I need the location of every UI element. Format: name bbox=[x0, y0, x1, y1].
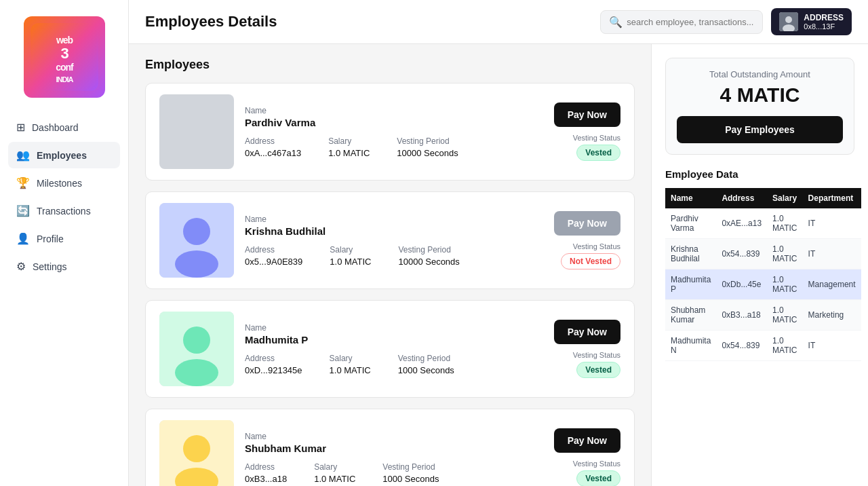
sidebar-item-profile[interactable]: 👤 Profile bbox=[8, 225, 120, 252]
employee-photo bbox=[159, 203, 234, 278]
employee-info: Name Krishna Budhilal Address 0x5...9A0E… bbox=[245, 214, 543, 267]
vesting-period-value: 1000 Seconds bbox=[382, 474, 439, 484]
address-value: 0xA...c467a13 bbox=[245, 148, 301, 158]
sidebar-item-label: Milestones bbox=[37, 178, 82, 189]
employee-photo bbox=[159, 94, 234, 169]
vesting-status-badge: Vested bbox=[576, 362, 620, 378]
search-box[interactable]: 🔍 bbox=[600, 10, 763, 34]
employee-card: Name Madhumita P Address 0xD...921345e S… bbox=[145, 300, 635, 398]
address-field: Address 0xB3...a18 bbox=[245, 462, 287, 484]
pay-now-button[interactable]: Pay Now bbox=[554, 320, 620, 344]
section-heading: Employees bbox=[145, 58, 635, 72]
vesting-period-value: 10000 Seconds bbox=[398, 257, 459, 267]
table-cell: 0xDb...45e bbox=[716, 269, 767, 300]
vesting-status-badge: Vested bbox=[576, 470, 620, 486]
sidebar-item-milestones[interactable]: 🏆 Milestones bbox=[8, 170, 120, 196]
svg-text:conf: conf bbox=[56, 62, 74, 73]
address-field: Address 0xA...c467a13 bbox=[245, 136, 301, 158]
vesting-status-label: Vesting Status bbox=[573, 134, 620, 142]
table-header: Salary bbox=[767, 188, 802, 208]
name-label: Name bbox=[245, 214, 543, 224]
address-button[interactable]: ADDRESS 0x8...13F bbox=[771, 8, 852, 35]
table-cell: 1.0 MATIC bbox=[767, 269, 802, 300]
total-outstanding-card: Total Outstanding Amount 4 MATIC Pay Emp… bbox=[665, 58, 854, 155]
table-cell: 1.0 MATIC bbox=[767, 208, 802, 239]
table-cell: 1.0 MATIC bbox=[767, 300, 802, 331]
employee-actions: Pay Now Vesting Status Not Vested bbox=[554, 211, 620, 269]
salary-label: Salary bbox=[330, 245, 371, 255]
topbar: Employees Details 🔍 ADDRESS 0x8...13F bbox=[129, 0, 868, 44]
address-value: 0xD...921345e bbox=[245, 365, 302, 375]
salary-label: Salary bbox=[328, 136, 370, 146]
app-logo: web 3 conf INDIA bbox=[24, 16, 105, 98]
topbar-right: 🔍 ADDRESS 0x8...13F bbox=[600, 8, 852, 35]
main-content: Employees Details 🔍 ADDRESS 0x8...13F bbox=[129, 0, 868, 486]
table-cell: 1.0 MATIC bbox=[767, 331, 802, 361]
sidebar: web 3 conf INDIA ⊞ Dashboard 👥 Employees… bbox=[0, 0, 129, 486]
table-row: Madhumita P0xDb...45e1.0 MATICManagement bbox=[665, 269, 861, 300]
address-label: Address bbox=[245, 462, 287, 472]
salary-label: Salary bbox=[330, 354, 371, 363]
table-cell: Krishna Budhilal bbox=[665, 239, 716, 269]
employee-info: Name Madhumita P Address 0xD...921345e S… bbox=[245, 323, 543, 375]
sidebar-item-label: Employees bbox=[37, 150, 87, 161]
table-head: NameAddressSalaryDepartment bbox=[665, 188, 861, 208]
pay-now-button[interactable]: Pay Now bbox=[554, 428, 620, 453]
sidebar-item-label: Dashboard bbox=[32, 122, 79, 133]
employee-data-table: NameAddressSalaryDepartment Pardhiv Varm… bbox=[665, 188, 861, 361]
vesting-field: Vesting Period 1000 Seconds bbox=[382, 462, 439, 484]
sidebar-item-employees[interactable]: 👥 Employees bbox=[8, 142, 120, 168]
table-cell: 0xB3...a18 bbox=[716, 300, 767, 331]
svg-point-9 bbox=[183, 218, 210, 245]
svg-text:3: 3 bbox=[60, 45, 68, 62]
page-title: Employees Details bbox=[145, 13, 277, 31]
table-cell: IT bbox=[803, 331, 861, 361]
vesting-status-label: Vesting Status bbox=[573, 460, 620, 468]
name-label: Name bbox=[245, 323, 543, 333]
employee-name: Shubham Kumar bbox=[245, 443, 543, 454]
vesting-status: Vesting Status Vested bbox=[573, 460, 620, 486]
employee-actions: Pay Now Vesting Status Vested bbox=[554, 428, 620, 486]
vesting-period-label: Vesting Period bbox=[382, 462, 439, 472]
table-body: Pardhiv Varma0xAE...a131.0 MATICITKrishn… bbox=[665, 208, 861, 361]
name-label: Name bbox=[245, 106, 543, 115]
search-input[interactable] bbox=[627, 17, 754, 27]
svg-point-6 bbox=[785, 16, 792, 23]
emp-fields: Address 0xA...c467a13 Salary 1.0 MATIC V… bbox=[245, 136, 543, 158]
total-amount: 4 MATIC bbox=[677, 83, 843, 107]
salary-value: 1.0 MATIC bbox=[330, 365, 371, 375]
salary-field: Salary 1.0 MATIC bbox=[314, 462, 355, 484]
address-field: Address 0xD...921345e bbox=[245, 354, 302, 375]
table-cell: Pardhiv Varma bbox=[665, 208, 716, 239]
emp-fields: Address 0x5...9A0E839 Salary 1.0 MATIC V… bbox=[245, 245, 543, 267]
vesting-field: Vesting Period 10000 Seconds bbox=[397, 136, 458, 158]
table-header: Name bbox=[665, 188, 716, 208]
vesting-status-label: Vesting Status bbox=[573, 242, 620, 250]
vesting-status-label: Vesting Status bbox=[573, 351, 620, 359]
vesting-period-label: Vesting Period bbox=[398, 354, 454, 363]
employee-name: Pardhiv Varma bbox=[245, 117, 543, 128]
settings-icon: ⚙ bbox=[16, 260, 26, 273]
table-cell: Management bbox=[803, 269, 861, 300]
dashboard-icon: ⊞ bbox=[16, 121, 25, 134]
pay-employees-button[interactable]: Pay Employees bbox=[677, 116, 843, 143]
sidebar-item-label: Transactions bbox=[37, 206, 91, 217]
vesting-period-label: Vesting Period bbox=[398, 245, 459, 255]
employee-photo bbox=[159, 312, 234, 386]
svg-point-12 bbox=[183, 326, 210, 354]
emp-fields: Address 0xD...921345e Salary 1.0 MATIC V… bbox=[245, 354, 543, 375]
salary-label: Salary bbox=[314, 462, 355, 472]
sidebar-item-dashboard[interactable]: ⊞ Dashboard bbox=[8, 114, 120, 141]
salary-value: 1.0 MATIC bbox=[328, 148, 370, 158]
address-label: Address bbox=[245, 354, 302, 363]
employee-actions: Pay Now Vesting Status Vested bbox=[554, 102, 620, 161]
employee-photo bbox=[159, 420, 234, 486]
svg-point-15 bbox=[183, 435, 210, 462]
sidebar-item-settings[interactable]: ⚙ Settings bbox=[8, 253, 120, 280]
table-row: Shubham Kumar0xB3...a181.0 MATICMarketin… bbox=[665, 300, 861, 331]
sidebar-item-transactions[interactable]: 🔄 Transactions bbox=[8, 198, 120, 224]
employee-section: Employees Name Pardhiv Varma Address 0xA… bbox=[129, 44, 651, 486]
employee-data-title: Employee Data bbox=[665, 168, 854, 180]
pay-now-button[interactable]: Pay Now bbox=[554, 102, 620, 127]
employees-icon: 👥 bbox=[16, 149, 30, 162]
